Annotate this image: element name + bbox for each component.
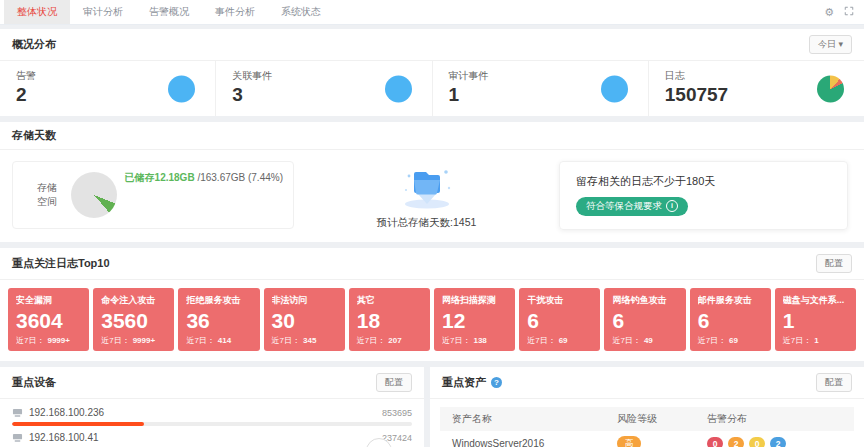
log-card-other[interactable]: 其它 18 近7日：207	[349, 288, 430, 351]
log-card-title: 拒绝服务攻击	[186, 294, 251, 307]
top-nav: 整体状况 审计分析 告警概况 事件分析 系统状态 ⚙	[0, 0, 864, 25]
devices-config-button[interactable]: 配置	[376, 373, 412, 392]
log-card-value: 30	[272, 309, 337, 333]
recent-label: 近7日：	[698, 336, 726, 345]
col-risk-level: 风险等级	[617, 412, 707, 426]
section-storage: 存储天数 存储空间 已储存12.18GB /163.67GB (7.44%)	[0, 122, 864, 242]
col-alarm-distribution: 告警分布	[707, 412, 842, 426]
log-card-value: 6	[698, 309, 763, 333]
recent-value: 9999+	[47, 336, 69, 345]
storage-pie-chart	[71, 172, 117, 218]
top10-config-button[interactable]: 配置	[816, 254, 852, 273]
compliance-card: 留存相关的日志不少于180天 符合等保合规要求 i	[559, 161, 848, 230]
section-overview: 概况分布 今日 ▾ 告警 2 关联事件 3 审计事件 1 日志 150757	[0, 29, 864, 116]
log-card-title: 邮件服务攻击	[698, 294, 763, 307]
alarm-badge-medium: 0	[749, 437, 765, 447]
log-card-phishing[interactable]: 网络钓鱼攻击 6 近7日：49	[604, 288, 685, 351]
overview-title: 概况分布	[12, 37, 56, 52]
overview-cards: 告警 2 关联事件 3 审计事件 1 日志 150757	[0, 61, 864, 116]
dashboard: 整体状况 审计分析 告警概况 事件分析 系统状态 ⚙ 概况分布 今日 ▾ 告警 …	[0, 0, 864, 447]
tab-event-analysis[interactable]: 事件分析	[202, 0, 268, 24]
help-icon[interactable]: ?	[491, 377, 502, 388]
compliance-badge-button[interactable]: 符合等保合规要求 i	[576, 197, 688, 216]
recent-value: 345	[303, 336, 316, 345]
risk-badge: 高	[617, 436, 641, 447]
log-card-security-vuln[interactable]: 安全漏洞 3604 近7日：9999+	[8, 288, 89, 351]
tab-audit-analysis[interactable]: 审计分析	[70, 0, 136, 24]
section-top10-logs: 重点关注日志Top10 配置 安全漏洞 3604 近7日：9999+ 命令注入攻…	[0, 248, 864, 361]
device-count: 853695	[382, 408, 412, 418]
tab-overall-status[interactable]: 整体状况	[4, 0, 70, 24]
log-card-disk-file[interactable]: 磁盘与文件系... 1 近7日：1	[775, 288, 856, 351]
info-icon: i	[666, 200, 678, 212]
col-asset-name: 资产名称	[452, 412, 617, 426]
log-card-value: 1	[783, 309, 848, 333]
log-card-title: 安全漏洞	[16, 294, 81, 307]
nav-actions: ⚙	[824, 0, 864, 24]
log-card-title: 命令注入攻击	[101, 294, 166, 307]
alarm-badge-high: 2	[728, 437, 744, 447]
stat-card-alerts[interactable]: 告警 2	[0, 61, 216, 116]
recent-label: 近7日：	[272, 336, 300, 345]
device-row[interactable]: 192.168.100.41 237424	[12, 426, 412, 447]
recent-label: 近7日：	[783, 336, 811, 345]
log-card-cmd-injection[interactable]: 命令注入攻击 3560 近7日：9999+	[93, 288, 174, 351]
log-card-interference[interactable]: 干扰攻击 6 近7日：69	[519, 288, 600, 351]
top10-title: 重点关注日志Top10	[12, 256, 110, 271]
fullscreen-icon[interactable]	[844, 6, 854, 18]
log-card-title: 其它	[357, 294, 422, 307]
compliance-note: 留存相关的日志不少于180天	[576, 174, 831, 189]
devices-title: 重点设备	[12, 375, 56, 390]
assets-config-button[interactable]: 配置	[816, 373, 852, 392]
assets-title: 重点资产	[442, 375, 486, 390]
storage-days-text: 预计总存储天数:1451	[377, 216, 477, 230]
log-card-value: 12	[442, 309, 507, 333]
log-card-value: 6	[527, 309, 592, 333]
asset-row[interactable]: WindowsServer2016 高 0 2 0 2	[440, 431, 854, 447]
device-icon	[12, 408, 23, 418]
log-card-title: 磁盘与文件系...	[783, 294, 848, 307]
top10-cards: 安全漏洞 3604 近7日：9999+ 命令注入攻击 3560 近7日：9999…	[0, 280, 864, 361]
recent-label: 近7日：	[16, 336, 44, 345]
recent-label: 近7日：	[442, 336, 470, 345]
recent-value: 69	[729, 336, 738, 345]
recent-value: 138	[473, 336, 486, 345]
log-card-value: 36	[186, 309, 251, 333]
assets-table-body: WindowsServer2016 高 0 2 0 2 UAC 高 0 2	[440, 431, 854, 447]
stat-card-correlated-events[interactable]: 关联事件 3	[216, 61, 432, 116]
recent-value: 49	[644, 336, 653, 345]
section-key-devices: 重点设备 配置 192.168.100.236 853695 192.168.1…	[0, 367, 424, 447]
recent-label: 近7日：	[186, 336, 214, 345]
recent-label: 近7日：	[101, 336, 129, 345]
gear-icon[interactable]: ⚙	[824, 7, 834, 18]
log-card-title: 非法访问	[272, 294, 337, 307]
log-card-title: 网络钓鱼攻击	[612, 294, 677, 307]
alarm-badge-low: 2	[770, 437, 786, 447]
stat-card-logs[interactable]: 日志 150757	[649, 61, 864, 116]
log-card-value: 6	[612, 309, 677, 333]
log-card-network-scan[interactable]: 网络扫描探测 12 近7日：138	[434, 288, 515, 351]
asset-name: WindowsServer2016	[452, 438, 617, 447]
tab-system-status[interactable]: 系统状态	[268, 0, 334, 24]
device-list: 192.168.100.236 853695 192.168.100.41 23…	[0, 399, 424, 447]
date-range-dropdown[interactable]: 今日 ▾	[809, 35, 852, 54]
log-card-dos-attack[interactable]: 拒绝服务攻击 36 近7日：414	[178, 288, 259, 351]
storage-used: 已储存12.18GB	[125, 172, 195, 183]
storage-title: 存储天数	[12, 128, 56, 143]
storage-usage-text: 已储存12.18GB /163.67GB (7.44%)	[125, 171, 283, 185]
device-row[interactable]: 192.168.100.236 853695	[12, 401, 412, 426]
log-pie-chart-icon	[817, 75, 844, 102]
device-icon	[12, 433, 23, 443]
tab-alert-overview[interactable]: 告警概况	[136, 0, 202, 24]
recent-value: 9999+	[133, 336, 155, 345]
storage-total: /163.67GB (7.44%)	[195, 172, 283, 183]
storage-space-card: 存储空间 已储存12.18GB /163.67GB (7.44%)	[12, 161, 294, 229]
recent-value: 69	[559, 336, 568, 345]
log-card-illegal-access[interactable]: 非法访问 30 近7日：345	[264, 288, 345, 351]
log-card-mail-service[interactable]: 邮件服务攻击 6 近7日：69	[690, 288, 771, 351]
log-card-value: 3560	[101, 309, 166, 333]
device-ip: 192.168.100.236	[29, 407, 104, 418]
recent-value: 414	[218, 336, 231, 345]
stat-card-audit-events[interactable]: 审计事件 1	[433, 61, 649, 116]
log-card-value: 18	[357, 309, 422, 333]
